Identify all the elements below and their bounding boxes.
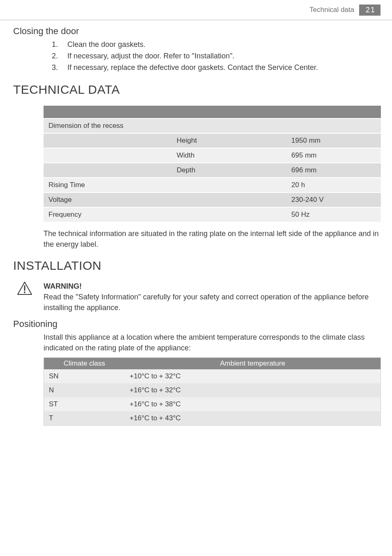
cell: Frequency <box>44 208 172 222</box>
cell: Width <box>172 148 286 162</box>
cell: ST <box>44 397 125 411</box>
table-row: SN +10°C to + 32°C <box>44 369 380 383</box>
warning-icon <box>17 282 32 313</box>
column-header: Ambient temperature <box>125 358 380 369</box>
cell: +16°C to + 38°C <box>125 397 380 411</box>
cell <box>44 148 172 162</box>
cell <box>286 119 381 133</box>
cell <box>172 208 286 222</box>
table-row: Frequency 50 Hz <box>44 208 381 222</box>
warning-body: Read the "Safety Information" carefully … <box>44 292 379 313</box>
cell <box>172 193 286 207</box>
cell: Voltage <box>44 193 172 207</box>
cell <box>44 163 172 177</box>
cell: SN <box>44 369 125 383</box>
table-row: Rising Time 20 h <box>44 178 381 192</box>
cell: +16°C to + 32°C <box>125 383 380 397</box>
cell: +10°C to + 32°C <box>125 369 380 383</box>
header-divider <box>0 20 392 20</box>
technical-data-heading: TECHNICAL DATA <box>13 83 379 97</box>
cell: Dimension of the recess <box>44 119 172 133</box>
step-text: If necessary, adjust the door. Refer to … <box>67 51 235 62</box>
table-row: T +16°C to + 43°C <box>44 411 380 425</box>
table-row: Width 695 mm <box>44 148 381 162</box>
table-row: Depth 696 mm <box>44 163 381 177</box>
cell: 695 mm <box>286 148 381 162</box>
table-header-row <box>44 106 381 118</box>
table-row: ST +16°C to + 38°C <box>44 397 380 411</box>
cell: 20 h <box>286 178 381 192</box>
step-text: If necessary, replace the defective door… <box>67 62 318 74</box>
climate-class-table: Climate class Ambient temperature SN +10… <box>44 357 381 426</box>
table-row: Voltage 230-240 V <box>44 193 381 207</box>
list-item: 3. If necessary, replace the defective d… <box>52 62 379 74</box>
cell: Rising Time <box>44 178 172 192</box>
installation-heading: INSTALLATION <box>13 259 379 273</box>
step-number: 2. <box>52 51 67 62</box>
step-number: 1. <box>52 39 67 51</box>
positioning-intro: Install this appliance at a location whe… <box>44 332 379 353</box>
cell: T <box>44 411 125 425</box>
cell <box>44 134 172 148</box>
header-section-label: Technical data <box>309 6 354 14</box>
cell: 696 mm <box>286 163 381 177</box>
cell <box>172 178 286 192</box>
positioning-heading: Positioning <box>13 319 379 329</box>
column-header: Climate class <box>44 358 125 369</box>
cell: 50 Hz <box>286 208 381 222</box>
cell: 230-240 V <box>286 193 381 207</box>
cell: +16°C to + 43°C <box>125 411 380 425</box>
list-item: 2. If necessary, adjust the door. Refer … <box>52 51 379 62</box>
closing-door-heading: Closing the door <box>13 26 379 37</box>
table-row: Height 1950 mm <box>44 134 381 148</box>
step-text: Clean the door gaskets. <box>67 39 145 51</box>
cell: 1950 mm <box>286 134 381 148</box>
technical-data-table: Dimension of the recess Height 1950 mm W… <box>44 105 381 222</box>
table-row: N +16°C to + 32°C <box>44 383 380 397</box>
cell <box>172 119 286 133</box>
technical-data-note: The technical information are situated i… <box>44 228 379 250</box>
svg-point-2 <box>24 292 25 293</box>
page-number-badge: 21 <box>359 5 380 16</box>
closing-door-steps: 1. Clean the door gaskets. 2. If necessa… <box>13 39 379 74</box>
cell: Height <box>172 134 286 148</box>
step-number: 3. <box>52 62 67 74</box>
cell: Depth <box>172 163 286 177</box>
cell: N <box>44 383 125 397</box>
list-item: 1. Clean the door gaskets. <box>52 39 379 51</box>
table-header-row: Climate class Ambient temperature <box>44 358 380 369</box>
table-row: Dimension of the recess <box>44 119 381 133</box>
warning-title: WARNING! <box>44 281 379 292</box>
